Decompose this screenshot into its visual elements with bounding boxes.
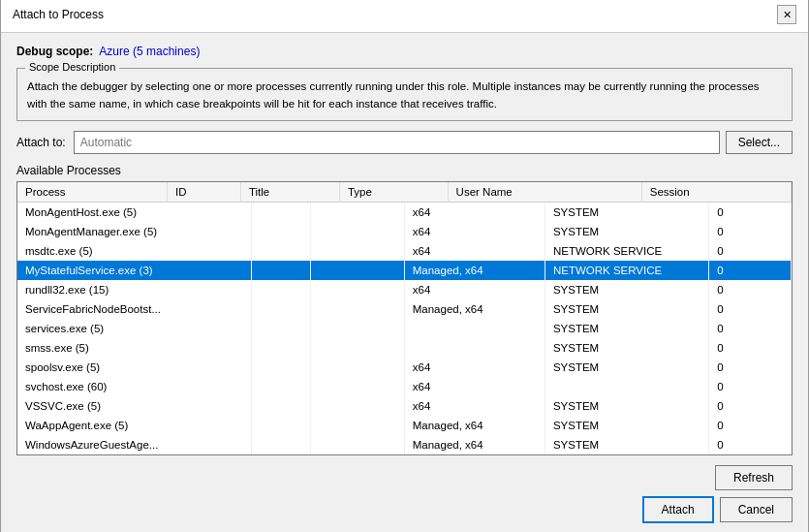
cell-type: x64 xyxy=(404,241,545,261)
cancel-button[interactable]: Cancel xyxy=(720,497,793,522)
attach-to-input[interactable] xyxy=(74,131,720,154)
cell-id xyxy=(252,338,310,358)
cell-title xyxy=(310,203,404,222)
cell-process: MonAgentHost.exe (5) xyxy=(17,203,252,222)
available-processes-label: Available Processes xyxy=(16,164,793,177)
cell-id xyxy=(252,435,310,454)
scope-description-group: Scope Description Attach the debugger by… xyxy=(16,68,793,121)
process-table-header: Process ID Title Type User Name Session xyxy=(17,182,792,203)
cell-title xyxy=(310,377,404,396)
cell-user_name: SYSTEM xyxy=(545,358,708,377)
attach-button[interactable]: Attach xyxy=(642,496,714,523)
table-row[interactable]: VSSVC.exe (5)x64SYSTEM0 xyxy=(17,396,792,416)
cell-type: Managed, x64 xyxy=(404,435,545,454)
col-process: Process xyxy=(17,182,168,203)
select-button[interactable]: Select... xyxy=(726,131,793,154)
col-username: User Name xyxy=(448,182,641,203)
cell-user_name: SYSTEM xyxy=(545,222,708,241)
attach-to-row: Attach to: Select... xyxy=(16,131,793,154)
scope-description-legend: Scope Description xyxy=(25,61,119,73)
cell-title xyxy=(310,241,404,261)
attach-to-process-dialog: Attach to Process ✕ Debug scope: Azure (… xyxy=(0,0,809,532)
cell-process: WaAppAgent.exe (5) xyxy=(17,416,252,435)
cell-id xyxy=(252,416,310,435)
scope-description-text: Attach the debugger by selecting one or … xyxy=(27,78,782,112)
cell-session: 0 xyxy=(709,319,792,338)
cell-id xyxy=(252,396,310,416)
cell-session: 0 xyxy=(709,241,792,261)
cell-type xyxy=(404,338,545,358)
cell-id xyxy=(252,377,310,396)
cell-process: VSSVC.exe (5) xyxy=(17,396,252,416)
cell-id xyxy=(252,319,310,338)
cell-type: x64 xyxy=(404,280,545,299)
cell-session: 0 xyxy=(709,280,792,299)
cell-session: 0 xyxy=(709,377,792,396)
close-button[interactable]: ✕ xyxy=(777,5,796,24)
cell-user_name: SYSTEM xyxy=(545,416,708,435)
cell-title xyxy=(310,299,404,319)
cell-session: 0 xyxy=(709,435,792,454)
table-row[interactable]: MonAgentManager.exe (5)x64SYSTEM0 xyxy=(17,222,792,241)
cell-user_name: SYSTEM xyxy=(545,435,708,454)
cell-process: rundll32.exe (15) xyxy=(17,280,252,299)
cell-title xyxy=(310,338,404,358)
table-row[interactable]: MyStatefulService.exe (3)Managed, x64NET… xyxy=(17,261,792,280)
cell-type: x64 xyxy=(404,222,545,241)
cell-type: x64 xyxy=(404,358,545,377)
cell-type: Managed, x64 xyxy=(404,416,545,435)
cell-type: x64 xyxy=(404,396,545,416)
cell-user_name: SYSTEM xyxy=(545,338,708,358)
table-row[interactable]: ServiceFabricNodeBootst...Managed, x64SY… xyxy=(17,299,792,319)
table-row[interactable]: services.exe (5)SYSTEM0 xyxy=(17,319,792,338)
dialog-content: Debug scope: Azure (5 machines) Scope De… xyxy=(1,33,808,532)
cell-type: x64 xyxy=(404,203,545,222)
bottom-buttons-row: Attach Cancel xyxy=(16,496,793,523)
process-table-body: MonAgentHost.exe (5)x64SYSTEM0MonAgentMa… xyxy=(17,203,792,454)
cell-process: svchost.exe (60) xyxy=(17,377,252,396)
title-bar: Attach to Process ✕ xyxy=(1,0,808,33)
col-session: Session xyxy=(641,182,791,203)
debug-scope-label: Debug scope: xyxy=(16,45,93,58)
cell-title xyxy=(310,416,404,435)
cell-type: x64 xyxy=(404,377,545,396)
cell-title xyxy=(310,261,404,280)
refresh-button[interactable]: Refresh xyxy=(715,465,793,490)
cell-process: spoolsv.exe (5) xyxy=(17,358,252,377)
cell-user_name: SYSTEM xyxy=(545,203,708,222)
cell-id xyxy=(252,261,310,280)
cell-id xyxy=(252,358,310,377)
table-row[interactable]: spoolsv.exe (5)x64SYSTEM0 xyxy=(17,358,792,377)
cell-user_name: NETWORK SERVICE xyxy=(545,261,708,280)
cell-title xyxy=(310,319,404,338)
process-table-wrapper: Process ID Title Type User Name Session xyxy=(16,181,793,455)
col-title: Title xyxy=(240,182,339,203)
table-row[interactable]: svchost.exe (60)x640 xyxy=(17,377,792,396)
cell-process: WindowsAzureGuestAge... xyxy=(17,435,252,454)
cell-session: 0 xyxy=(709,299,792,319)
cell-session: 0 xyxy=(709,338,792,358)
cell-user_name: SYSTEM xyxy=(545,396,708,416)
cell-process: msdtc.exe (5) xyxy=(17,241,252,261)
cell-title xyxy=(310,280,404,299)
process-table-scroll[interactable]: MonAgentHost.exe (5)x64SYSTEM0MonAgentMa… xyxy=(17,203,792,454)
cell-type: Managed, x64 xyxy=(404,299,545,319)
cell-id xyxy=(252,299,310,319)
table-row[interactable]: smss.exe (5)SYSTEM0 xyxy=(17,338,792,358)
cell-id xyxy=(252,222,310,241)
cell-title xyxy=(310,358,404,377)
table-row[interactable]: MonAgentHost.exe (5)x64SYSTEM0 xyxy=(17,203,792,222)
debug-scope-value: Azure (5 machines) xyxy=(99,45,200,58)
debug-scope-row: Debug scope: Azure (5 machines) xyxy=(16,45,793,58)
cell-title xyxy=(310,396,404,416)
cell-type xyxy=(404,319,545,338)
cell-user_name: SYSTEM xyxy=(545,319,708,338)
table-row[interactable]: WaAppAgent.exe (5)Managed, x64SYSTEM0 xyxy=(17,416,792,435)
cell-user_name: NETWORK SERVICE xyxy=(545,241,708,261)
cell-title xyxy=(310,222,404,241)
table-row[interactable]: rundll32.exe (15)x64SYSTEM0 xyxy=(17,280,792,299)
table-row[interactable]: WindowsAzureGuestAge...Managed, x64SYSTE… xyxy=(17,435,792,454)
cell-process: MonAgentManager.exe (5) xyxy=(17,222,252,241)
table-row[interactable]: msdtc.exe (5)x64NETWORK SERVICE0 xyxy=(17,241,792,261)
cell-session: 0 xyxy=(709,396,792,416)
